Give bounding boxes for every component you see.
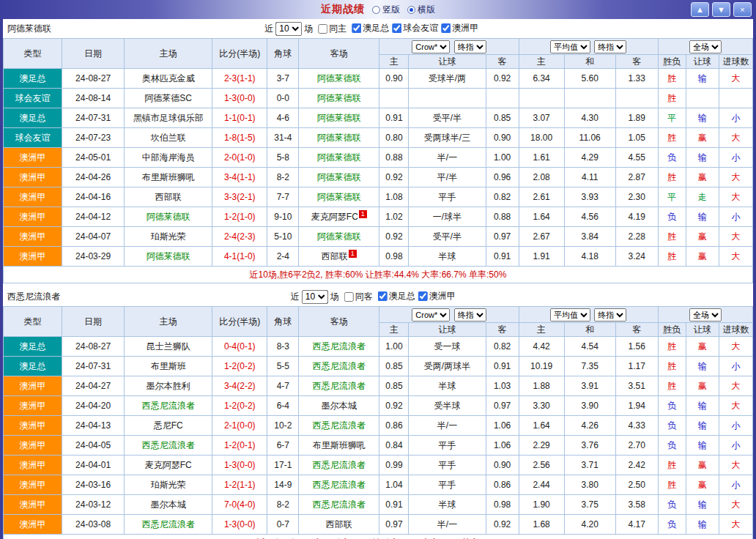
r1-cell: 胜 — [658, 357, 686, 376]
r2-cell: 输 — [686, 108, 719, 128]
match-row: 澳足总24-07-31黑镇市足球俱乐部1-1(0-1)4-6阿德莱德联0.91受… — [4, 108, 753, 128]
date-cell: 24-03-29 — [62, 247, 125, 267]
home-cell: 阿德莱德联 — [125, 247, 212, 267]
radio-horizontal-label: 横版 — [418, 4, 435, 16]
scope-select[interactable]: 全场 — [689, 40, 722, 53]
a2-cell: 4.56 — [564, 207, 615, 227]
a1-cell — [519, 89, 564, 108]
match-row: 澳洲甲24-04-13悉尼FC2-1(0-0)10-2西悉尼流浪者0.86半/一… — [4, 416, 753, 436]
score-cell: 1-8(1-5) — [212, 128, 267, 148]
o1-cell: 0.98 — [379, 247, 409, 267]
average-group-header: 平均值 终指 — [519, 307, 658, 323]
bookmaker-select[interactable]: Crow* — [412, 40, 450, 53]
radio-horizontal-layout[interactable]: 横版 — [407, 4, 435, 16]
match-row: 澳洲甲24-04-12阿德莱德联1-2(1-0)9-10麦克阿瑟FC11.02一… — [4, 207, 753, 227]
type-cell: 球会友谊 — [4, 89, 62, 108]
radio-vertical-icon[interactable] — [372, 6, 380, 14]
handicap-cell: 平手 — [409, 475, 486, 495]
league-label: 澳洲甲 — [452, 22, 478, 34]
recent-count-select[interactable]: 10 — [275, 22, 302, 36]
bookmaker-select[interactable]: Crow* — [412, 308, 450, 321]
score-cell: 3-3(2-1) — [212, 187, 267, 207]
o2-cell: 1.03 — [486, 376, 519, 396]
r3-cell — [719, 89, 752, 108]
move-down-button[interactable]: ▼ — [712, 2, 730, 17]
type-cell: 澳足总 — [4, 337, 62, 357]
o1-cell: 1.04 — [379, 475, 409, 495]
average-select[interactable]: 平均值 — [550, 308, 590, 321]
home-cell: 昆士兰狮队 — [125, 337, 212, 357]
radio-vertical-layout[interactable]: 竖版 — [372, 4, 400, 16]
o2-cell: 0.86 — [486, 475, 519, 495]
same-venue-label: 同主 — [329, 23, 346, 35]
same-venue-checkbox[interactable] — [318, 24, 327, 34]
handicap-group-header: Crow* 终指 — [379, 307, 519, 323]
league-checkbox[interactable] — [352, 23, 361, 33]
final-index-select[interactable]: 终指 — [594, 40, 626, 53]
col-corner: 角球 — [267, 39, 299, 69]
score-cell: 2-1(0-0) — [212, 416, 267, 436]
r1-cell: 胜 — [658, 247, 686, 267]
a2-cell: 4.26 — [564, 416, 615, 436]
col-date: 日期 — [62, 39, 125, 69]
away-cell: 西悉尼流浪者 — [299, 416, 379, 436]
league-checkbox[interactable] — [392, 23, 401, 33]
recent-count-select[interactable]: 10 — [302, 290, 328, 304]
league-checkbox[interactable] — [418, 291, 428, 301]
r3-cell: 小 — [719, 357, 752, 376]
r3-cell: 大 — [719, 168, 752, 187]
a1-cell: 2.29 — [519, 436, 564, 456]
o1-cell: 0.88 — [379, 148, 409, 168]
league-filter[interactable]: 球会友谊 — [392, 22, 438, 34]
same-venue-filter[interactable]: 同客 — [344, 291, 373, 303]
average-select[interactable]: 平均值 — [550, 40, 590, 53]
type-cell: 球会友谊 — [4, 128, 62, 148]
a3-cell: 4.19 — [615, 207, 658, 227]
filter-bar: 近 10 场 同客 澳足总澳洲甲 — [291, 290, 456, 304]
league-filter[interactable]: 澳足总 — [352, 22, 389, 34]
r1-cell: 胜 — [658, 456, 686, 475]
r1-cell: 胜 — [658, 89, 686, 108]
same-venue-checkbox[interactable] — [344, 292, 354, 302]
a3-cell: 4.17 — [615, 515, 658, 535]
close-button[interactable]: × — [733, 2, 752, 17]
a1-cell: 1.91 — [519, 247, 564, 267]
league-filter-group: 澳足总球会友谊澳洲甲 — [349, 22, 478, 35]
final-index-select[interactable]: 终指 — [454, 40, 486, 53]
match-row: 澳洲甲24-04-01麦克阿瑟FC1-3(0-0)17-1西悉尼流浪者0.99平… — [4, 456, 753, 475]
scope-select[interactable]: 全场 — [689, 308, 722, 321]
o2-cell: 0.92 — [486, 515, 519, 535]
a3-cell — [615, 89, 658, 108]
league-checkbox[interactable] — [378, 291, 388, 301]
move-up-button[interactable]: ▲ — [691, 2, 709, 17]
filter-bar: 近 10 场 同主 澳足总球会友谊澳洲甲 — [264, 22, 478, 36]
o2-cell: 0.91 — [486, 247, 519, 267]
handicap-cell: 半球 — [409, 376, 486, 396]
date-cell: 24-07-31 — [62, 108, 125, 128]
final-index-select[interactable]: 终指 — [594, 308, 626, 321]
results-table: 类型 日期 主场 比分(半场) 角球 客场 Crow* 终指 平均值 终指 — [3, 306, 753, 535]
a2-cell: 7.35 — [564, 357, 615, 376]
handicap-cell: 平/半 — [409, 168, 486, 187]
away-cell: 西悉尼流浪者 — [299, 495, 379, 515]
r2-cell: 赢 — [686, 475, 719, 495]
radio-horizontal-icon[interactable] — [407, 6, 415, 14]
league-filter[interactable]: 澳洲甲 — [441, 22, 478, 34]
score-cell: 2-3(1-1) — [212, 69, 267, 89]
league-checkbox[interactable] — [441, 23, 451, 33]
match-row: 澳洲甲24-03-29阿德莱德联4-1(1-0)2-4西部联10.98半球0.9… — [4, 247, 753, 267]
sub-avg-draw: 和 — [564, 55, 615, 69]
league-filter[interactable]: 澳足总 — [378, 290, 415, 302]
away-cell: 布里斯班狮吼 — [299, 436, 379, 456]
league-label: 澳足总 — [363, 22, 389, 34]
type-cell: 澳洲甲 — [4, 475, 62, 495]
handicap-cell: 受一球 — [409, 337, 486, 357]
o1-cell: 1.00 — [379, 337, 409, 357]
league-filter[interactable]: 澳洲甲 — [418, 290, 456, 302]
type-cell: 澳洲甲 — [4, 187, 62, 207]
final-index-select[interactable]: 终指 — [454, 308, 486, 321]
same-venue-filter[interactable]: 同主 — [318, 23, 346, 35]
sub-handicap-result: 让球 — [686, 323, 719, 337]
o2-cell: 0.98 — [486, 495, 519, 515]
score-cell: 7-0(4-0) — [212, 495, 267, 515]
